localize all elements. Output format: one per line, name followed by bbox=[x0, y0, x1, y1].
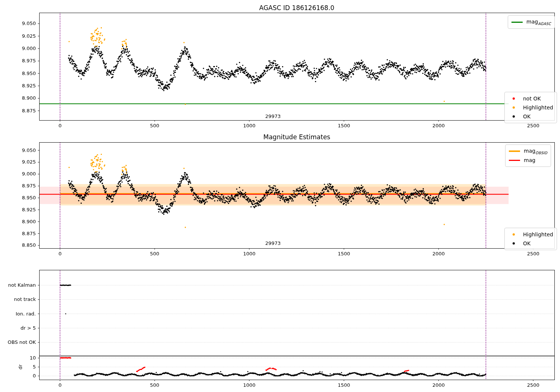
plot1-xtick-label: 1500 bbox=[331, 123, 357, 129]
legend-label-subscript: OBSID bbox=[535, 150, 547, 155]
plot2-ytick-label: 8.900 bbox=[11, 219, 36, 225]
plot3-dr-tick-label: 10 bbox=[0, 355, 36, 361]
legend-label-highlighted: Highlighted bbox=[523, 105, 553, 111]
plot2-ytick-label: 8.950 bbox=[11, 195, 36, 201]
plot3-category-label: Ion. rad. bbox=[0, 311, 36, 317]
plot1-ytick-label: 9.025 bbox=[11, 33, 36, 39]
legend-label-ok: OK bbox=[523, 240, 531, 246]
plot1-xtick-label: 0 bbox=[47, 123, 73, 129]
plot3-xtick-label: 2500 bbox=[520, 382, 546, 388]
plot2-ytick-label: 9.025 bbox=[11, 159, 36, 165]
legend-label-mag-obsid: magOBSID bbox=[524, 148, 547, 155]
legend-dot-black bbox=[513, 115, 515, 118]
plot2-ytick-label: 8.975 bbox=[11, 183, 36, 189]
legend-row-mag: mag bbox=[509, 156, 547, 165]
plot1-xtick-label: 500 bbox=[141, 123, 168, 129]
plot2-ytick-label: 8.850 bbox=[11, 242, 36, 248]
plot2-xtick-label: 2000 bbox=[426, 251, 452, 257]
legend-dot-black bbox=[513, 242, 515, 245]
legend-label-ok: OK bbox=[523, 113, 531, 119]
plot3-category-label: dr > 5 bbox=[0, 325, 36, 331]
plot1-ytick-label: 8.925 bbox=[11, 83, 36, 89]
plot2-legend-lines: magOBSID mag bbox=[505, 144, 551, 167]
plot3-xtick-label: 1000 bbox=[236, 382, 262, 388]
legend-line-sample-orange bbox=[509, 150, 520, 152]
plot1-legend-mag-agasc: magAGASC bbox=[508, 15, 555, 29]
plot3-xtick-label: 2000 bbox=[426, 382, 452, 388]
plot3-xtick-label: 500 bbox=[141, 382, 168, 388]
plot3-xtick-label: 1500 bbox=[331, 382, 357, 388]
legend-label-main: mag bbox=[526, 19, 538, 25]
legend-label-mag: mag bbox=[524, 157, 535, 163]
plot1-ytick-label: 8.975 bbox=[11, 58, 36, 64]
legend-label-subscript: AGASC bbox=[538, 21, 551, 25]
plot3-xtick-label: 0 bbox=[47, 382, 73, 388]
legend-row-ok: OK bbox=[508, 239, 553, 248]
legend-row-highlighted: Highlighted bbox=[508, 230, 553, 239]
legend-dot-red bbox=[513, 97, 515, 100]
plot1-ytick-label: 8.875 bbox=[11, 108, 36, 114]
plot1-xtick-label: 2000 bbox=[426, 123, 452, 129]
legend-row-mag-agasc: magAGASC bbox=[511, 18, 551, 27]
plot1-xtick-label: 1000 bbox=[236, 123, 262, 129]
plot3-dr-tick-label: 5 bbox=[0, 364, 36, 370]
plot3-category-label: not Kalman bbox=[0, 282, 36, 288]
plot3-category-label: not track bbox=[0, 296, 36, 302]
plot1-ytick-label: 9.000 bbox=[11, 46, 36, 52]
plot1-ytick-label: 8.900 bbox=[11, 95, 36, 101]
plot1-title: AGASC ID 186126168.0 bbox=[39, 4, 554, 12]
legend-row-not-ok: not OK bbox=[508, 94, 553, 103]
figure: AGASC ID 186126168.0 Magnitude Estimates… bbox=[0, 0, 560, 392]
legend-row-highlighted: Highlighted bbox=[508, 103, 553, 112]
legend-line-sample-green bbox=[511, 22, 523, 23]
legend-label-highlighted: Highlighted bbox=[523, 231, 553, 237]
plot2-ytick-label: 8.925 bbox=[11, 207, 36, 213]
plot2-title: Magnitude Estimates bbox=[39, 133, 554, 141]
plot3-dr-tick-label: 0 bbox=[0, 373, 36, 379]
legend-label-mag-agasc: magAGASC bbox=[526, 19, 551, 26]
plot1-legend-markers: not OK Highlighted OK bbox=[504, 92, 557, 123]
plot1-ytick-label: 9.050 bbox=[11, 21, 36, 27]
plot1-xtick-label: 2500 bbox=[520, 123, 546, 129]
plot2-legend-markers: Highlighted OK bbox=[504, 228, 557, 250]
plot3-category-label: OBS not OK bbox=[0, 339, 36, 345]
plot2-ytick-label: 9.000 bbox=[11, 171, 36, 177]
legend-line-sample-red bbox=[509, 160, 520, 161]
plot2-xtick-label: 1000 bbox=[236, 251, 262, 257]
plot2-xtick-label: 500 bbox=[141, 251, 168, 257]
plots-canvas bbox=[0, 0, 560, 392]
legend-label-not-ok: not OK bbox=[523, 96, 541, 102]
legend-dot-orange bbox=[513, 106, 515, 109]
plot2-ytick-label: 9.050 bbox=[11, 147, 36, 153]
plot2-ytick-label: 8.875 bbox=[11, 231, 36, 237]
legend-row-ok: OK bbox=[508, 112, 553, 121]
legend-row-mag-obsid: magOBSID bbox=[509, 147, 547, 156]
plot1-obsid-annotation: 29973 bbox=[251, 113, 295, 119]
plot2-xtick-label: 2500 bbox=[520, 251, 546, 257]
plot1-ytick-label: 8.950 bbox=[11, 71, 36, 77]
legend-label-main: mag bbox=[524, 148, 535, 154]
plot2-obsid-annotation: 29973 bbox=[251, 240, 295, 246]
plot2-xtick-label: 1500 bbox=[331, 251, 357, 257]
plot2-xtick-label: 0 bbox=[47, 251, 73, 257]
legend-dot-orange bbox=[513, 233, 515, 236]
